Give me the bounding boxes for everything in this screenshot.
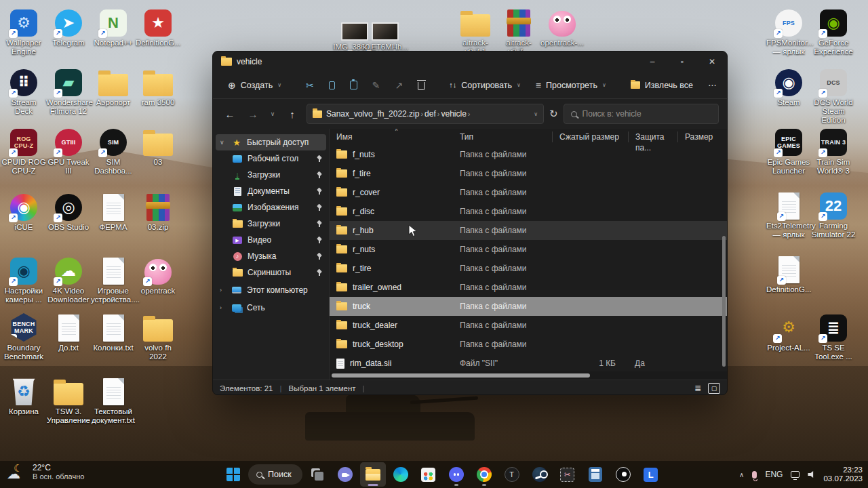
desktop-icon-sim[interactable]: SIM↗SIMDashboa... (91, 125, 136, 176)
sidebar-item-загрузки[interactable]: Загрузки (216, 216, 326, 232)
column-header-защита-па[interactable]: Защита па... (628, 131, 677, 142)
file-row-rim-data-sii[interactable]: rim_data.siiФайл "SII"1 КБДа (330, 354, 727, 373)
desktop-icon-gpu-tweak-iii[interactable]: GTIII↗GPU Tweak III (46, 125, 91, 176)
sort-button[interactable]: ↑↓ Сортировать ∨ (443, 77, 526, 94)
taskbar-chat-button[interactable] (332, 462, 358, 487)
file-row-trailer-owned[interactable]: trailer_ownedПапка с файлами (330, 278, 727, 297)
file-row-r-disc[interactable]: r_discПапка с файлами (330, 202, 727, 221)
chevron-icon[interactable]: › (220, 304, 226, 311)
address-dropdown-chevron[interactable]: ∨ (534, 111, 538, 117)
desktop-icon-volvo-fh-2022[interactable]: volvo fh 2022 (136, 310, 180, 361)
forward-button[interactable]: → (244, 108, 262, 120)
taskbar-discord-button[interactable] (443, 462, 469, 487)
new-button[interactable]: ⊕ Создать ∨ (222, 77, 287, 94)
back-button[interactable]: ← (221, 108, 239, 120)
vertical-scrollbar[interactable] (721, 145, 726, 371)
desktop-icon-ets2telemetry[interactable]: ↗Ets2Telemetry— ярлык (766, 188, 811, 239)
desktop-icon-opentrack[interactable]: opentrack-... (540, 5, 585, 47)
column-header-имя[interactable]: Имя (330, 131, 453, 142)
breadcrumb-sanax-volvo-fh-2022-zip[interactable]: Sanax_volvo_fh_2022.zip (326, 109, 419, 119)
desktop-icon-definitiong[interactable]: ↗DefinitionG... (766, 252, 811, 294)
sidebar-item-быстрый-доступ[interactable]: ∨★Быстрый доступ (216, 134, 326, 150)
desktop-icon-opentrack[interactable]: ↗opentrack (136, 253, 180, 296)
breadcrumb-vehicle[interactable]: vehicle (441, 109, 466, 119)
desktop-icon-icue[interactable]: ◉↗iCUE (1, 190, 46, 232)
chevron-icon[interactable]: ∨ (220, 139, 226, 146)
taskbar-chrome-button[interactable] (471, 462, 497, 487)
desktop-icon-notepad[interactable]: N↗Notepad++ (91, 5, 136, 47)
extract-all-button[interactable]: Извлечь все (625, 77, 698, 94)
taskbar-edge-button[interactable] (388, 462, 414, 487)
taskbar-obs-button[interactable] (610, 462, 636, 487)
desktop-icon-stream-deck[interactable]: ⠿↗Stream Deck (1, 65, 46, 116)
desktop-icon-настройки[interactable]: ◉↗Настройкикамеры ... (1, 253, 46, 304)
title-bar[interactable]: vehicle – ▫ ✕ (213, 52, 727, 72)
desktop-icon-wondershare[interactable]: ▰↗WondershareFilmora 12 (46, 65, 91, 116)
cut-button[interactable]: ✂ (300, 77, 319, 94)
language-indicator[interactable]: ENG (765, 470, 783, 479)
sidebar-item-музыка[interactable]: ♪Музыка (216, 248, 326, 264)
sidebar-item-скриншоты[interactable]: Скриншоты (216, 264, 326, 281)
recent-locations-button[interactable]: ∨ (267, 110, 278, 117)
desktop-icon-ram-3500[interactable]: ram 3500 (136, 65, 180, 107)
desktop-icon-tsw-3[interactable]: TSW 3.Управление (46, 374, 91, 425)
desktop-icon-k-et6mhh[interactable]: k_ET6MHh... (363, 9, 408, 52)
taskbar-steam-button[interactable] (527, 462, 553, 487)
file-row-truck-desktop[interactable]: truck_desktopПапка с файлами (330, 335, 727, 354)
desktop-icon-definitiong[interactable]: ★DefinitionG... (136, 5, 180, 47)
sidebar-item-видео[interactable]: ▶Видео (216, 232, 326, 248)
column-header-тип[interactable]: Тип (453, 131, 552, 142)
horizontal-scrollbar[interactable] (330, 371, 727, 380)
taskbar-search[interactable]: Поиск (248, 464, 302, 485)
desktop-icon-aitrack-v0-7-1[interactable]: aitrack-v0.7.1 (453, 5, 498, 56)
desktop-icon-03-zip[interactable]: 03.zip (136, 190, 180, 232)
speaker-icon[interactable] (808, 471, 815, 479)
desktop-icon-игровые[interactable]: Игровыеустройства.... (91, 253, 136, 304)
rename-button[interactable]: ✎ (367, 77, 386, 94)
file-row-r-hub[interactable]: r_hubПапка с файлами (330, 221, 727, 240)
paste-button[interactable] (344, 77, 363, 94)
details-view-button[interactable]: ≣ (692, 383, 704, 394)
column-header-сжатый-размер[interactable]: Сжатый размер (552, 131, 628, 142)
network-icon[interactable] (791, 471, 800, 478)
delete-button[interactable] (412, 76, 430, 94)
microphone-icon[interactable] (752, 471, 757, 479)
start-button[interactable] (220, 462, 246, 487)
view-button[interactable]: ≡ Просмотреть ∨ (530, 77, 612, 94)
desktop-icon-до-txt[interactable]: До.txt (46, 310, 91, 352)
sidebar-item-рабочий-стол[interactable]: Рабочий стол (216, 150, 326, 167)
taskbar-task-view-button[interactable] (304, 462, 330, 487)
desktop-icon-колонки-txt[interactable]: Колонки.txt (91, 310, 136, 352)
taskbar-store-button[interactable] (416, 462, 441, 487)
sidebar-item-этот-компьютер[interactable]: ›Этот компьютер (216, 282, 326, 298)
taskbar-l-app-button[interactable]: L (638, 462, 664, 487)
file-row-r-cover[interactable]: r_coverПапка с файлами (330, 183, 727, 202)
desktop-icon-ts-se[interactable]: ≣↗TS SETool.exe ... (811, 310, 856, 361)
desktop-icon-dcs-world[interactable]: DCS↗DCS WorldSteam Edition (811, 65, 856, 125)
taskbar-explorer-button[interactable] (360, 462, 386, 487)
desktop-icon-project-al[interactable]: ⚙↗Project-AL... (766, 310, 811, 352)
desktop-icon-epic-games[interactable]: EPIC GAMES↗Epic GamesLauncher (766, 125, 811, 176)
refresh-button[interactable]: ↻ (549, 108, 558, 120)
desktop-icon-geforce[interactable]: ◉↗GeForceExperience (811, 5, 856, 56)
taskbar-snipping-tool-button[interactable]: ✂ (555, 462, 580, 487)
share-button[interactable]: ↗ (390, 77, 409, 94)
sidebar-item-документы[interactable]: Документы (216, 183, 326, 199)
chevron-icon[interactable]: › (220, 287, 226, 293)
desktop-icon-wallpaper[interactable]: ⚙↗WallpaperEngine (1, 5, 46, 56)
close-button[interactable]: ✕ (697, 52, 727, 72)
file-row-truck-dealer[interactable]: truck_dealerПапка с файлами (330, 316, 727, 335)
desktop-icon-корзина[interactable]: ♻Корзина (1, 374, 46, 416)
hidden-icons-chevron[interactable]: ∧ (739, 471, 744, 479)
taskbar-weather-widget[interactable]: ☾ ☁ 22°C В осн. облачно (7, 463, 84, 481)
desktop-icon-ферма[interactable]: ФЕРМА (91, 190, 136, 232)
taskbar-t-app-button[interactable]: T (499, 462, 525, 487)
desktop-icon-train-sim[interactable]: TRAIN 3↗Train SimWorld® 3 (811, 125, 856, 176)
file-row-r-tire[interactable]: r_tireПапка с файлами (330, 259, 727, 278)
minimize-button[interactable]: – (637, 52, 667, 72)
breadcrumb-def[interactable]: def (425, 109, 436, 119)
sidebar-item-загрузки[interactable]: ↓Загрузки (216, 167, 326, 183)
desktop-icon-farming[interactable]: 22↗FarmingSimulator 22 (811, 188, 856, 239)
desktop-icon-cpuid-rog[interactable]: ROG CPU-Z↗CPUID ROGCPU-Z (1, 125, 46, 176)
file-row-truck[interactable]: truckПапка с файлами (330, 297, 727, 316)
